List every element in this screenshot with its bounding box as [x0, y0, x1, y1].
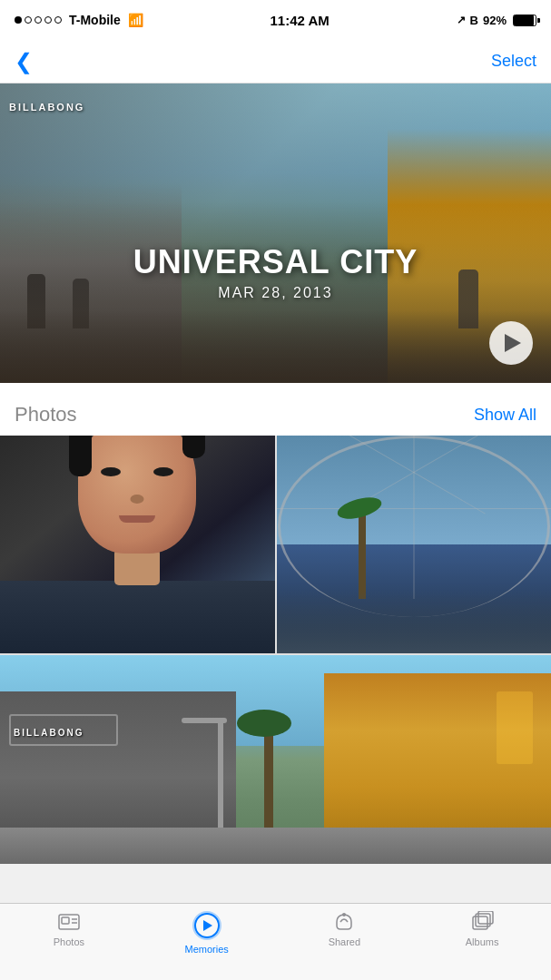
show-all-button[interactable]: Show All	[474, 406, 536, 425]
dome-line-h	[277, 508, 552, 509]
mouth	[119, 515, 155, 523]
neck	[114, 549, 160, 585]
tree-top	[237, 710, 291, 737]
photo-dome	[277, 436, 552, 653]
photo-row-bottom: BILLABONG	[0, 655, 551, 864]
battery-percent: 92%	[483, 14, 507, 27]
hero-image: BILLABONG	[0, 83, 551, 383]
signal-dot-3	[34, 16, 42, 24]
tree-trunk	[264, 728, 273, 828]
signal-dot-4	[44, 16, 52, 24]
billabong-sign: BILLABONG	[9, 102, 84, 113]
signal-dot-1	[15, 16, 22, 24]
status-right: ↗ B 92%	[457, 14, 536, 27]
location-icon: ↗	[457, 14, 466, 26]
photo-street: BILLABONG	[0, 655, 551, 864]
photo-dome-cell[interactable]	[277, 436, 552, 653]
albums-tab-label: Albums	[466, 936, 499, 947]
hero-text: UNIVERSAL CITY MAR 28, 2013	[0, 243, 551, 301]
back-button[interactable]: ❮	[15, 45, 40, 78]
nav-bar: ❮ Select	[0, 40, 551, 83]
play-icon	[505, 334, 521, 352]
hair-side-r	[182, 436, 205, 458]
status-time: 11:42 AM	[271, 13, 330, 28]
svg-rect-1	[62, 917, 69, 924]
dome-line-v	[413, 436, 414, 599]
select-button[interactable]: Select	[491, 52, 536, 71]
photos-icon	[56, 911, 82, 933]
albums-icon	[469, 911, 495, 933]
eye-right	[153, 467, 173, 476]
tab-bar: Photos Memories Shared	[0, 903, 551, 980]
shared-tab-label: Shared	[329, 936, 360, 947]
jacket	[0, 581, 275, 653]
wifi-icon: 📶	[128, 13, 143, 27]
memories-tab-label: Memories	[184, 944, 228, 955]
nose	[131, 495, 144, 504]
photo-street-cell[interactable]: BILLABONG	[0, 655, 551, 864]
status-left: T-Mobile 📶	[15, 13, 143, 27]
hero-date: MAR 28, 2013	[0, 285, 551, 301]
photo-grid: BILLABONG	[0, 436, 551, 864]
ground-bldg	[277, 590, 552, 653]
shared-icon	[331, 911, 357, 933]
battery-icon	[511, 15, 536, 26]
hair-side-l	[69, 436, 92, 476]
signal-dot-2	[25, 16, 32, 24]
sign-border	[9, 714, 118, 746]
memories-play-icon	[203, 920, 212, 931]
lamp-arm	[182, 718, 227, 723]
tab-memories[interactable]: Memories	[138, 911, 276, 955]
svg-point-4	[342, 913, 346, 916]
tab-photos[interactable]: Photos	[0, 911, 138, 947]
photos-tab-label: Photos	[54, 936, 84, 947]
memories-icon	[192, 911, 221, 940]
section-divider	[0, 383, 551, 390]
play-button[interactable]	[489, 321, 533, 365]
signal-dot-5	[54, 16, 62, 24]
tab-albums[interactable]: Albums	[413, 911, 551, 947]
photo-row-top	[0, 436, 551, 653]
bluetooth-icon: B	[470, 14, 478, 27]
status-bar: T-Mobile 📶 11:42 AM ↗ B 92%	[0, 0, 551, 40]
palm-trunk	[359, 508, 366, 599]
photo-selfie	[0, 436, 275, 653]
tab-shared[interactable]: Shared	[276, 911, 414, 947]
signal-dots	[15, 16, 62, 24]
hero-section: BILLABONG UNIVERSAL CITY MAR 28, 2013	[0, 83, 551, 383]
photos-section-header: Photos Show All	[0, 390, 551, 436]
hero-title: UNIVERSAL CITY	[0, 243, 551, 281]
photos-section-title: Photos	[15, 403, 77, 426]
carrier-label: T-Mobile	[69, 13, 121, 27]
road	[0, 828, 551, 864]
face	[78, 436, 196, 554]
window-right	[497, 691, 533, 764]
photo-selfie-cell[interactable]	[0, 436, 275, 653]
eye-left	[101, 467, 121, 476]
